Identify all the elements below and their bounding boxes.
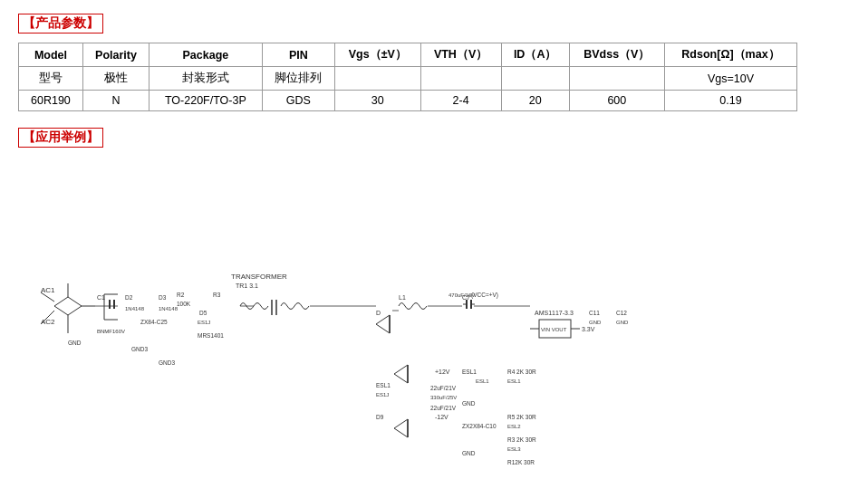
svg-text:ESL1: ESL1: [507, 378, 521, 384]
svg-text:ESL1: ESL1: [462, 369, 477, 375]
svg-text:R2: R2: [177, 292, 185, 298]
svg-text:R3 2K 30R: R3 2K 30R: [507, 436, 536, 443]
col-rdson: Rdson[Ω]（max）: [664, 43, 796, 67]
svg-text:22uF/21V: 22uF/21V: [430, 405, 457, 411]
sub-model: 型号: [19, 67, 83, 91]
svg-text:ESL1: ESL1: [376, 382, 391, 388]
svg-text:C11: C11: [589, 310, 600, 316]
svg-text:1N4148: 1N4148: [125, 306, 145, 311]
svg-rect-31: [466, 300, 468, 309]
svg-text:GND: GND: [68, 340, 82, 346]
svg-rect-13: [109, 300, 111, 309]
section1-title: 【产品参数】: [18, 14, 850, 43]
svg-text:ESL2: ESL2: [507, 424, 521, 429]
svg-text:330uF/25V: 330uF/25V: [430, 395, 457, 400]
table-subheader-row: 型号 极性 封装形式 脚位排列 Vgs=10V: [19, 67, 797, 91]
data-polarity: N: [82, 91, 149, 111]
circuit-diagram: AC1 AC2 C1 TRANSFORMER TR1 3.1 Q1: [18, 166, 797, 464]
data-rdson: 0.19: [664, 91, 796, 111]
svg-text:D3: D3: [159, 294, 167, 301]
sub-rdson-vgs: Vgs=10V: [664, 67, 796, 91]
svg-text:GND3: GND3: [131, 346, 148, 352]
sub-vgs: [335, 67, 421, 91]
svg-text:D: D: [376, 310, 381, 316]
svg-text:D2: D2: [125, 294, 133, 301]
svg-rect-14: [113, 300, 115, 309]
svg-text:22uF/21V: 22uF/21V: [430, 385, 457, 391]
svg-text:+12V: +12V: [435, 369, 450, 375]
data-id: 20: [501, 91, 569, 111]
sub-id: [501, 67, 569, 91]
col-pin: PIN: [262, 43, 334, 67]
svg-text:GND3: GND3: [159, 359, 175, 366]
col-vth: VTH（V）: [420, 43, 501, 67]
col-package: Package: [149, 43, 263, 67]
table-header-row: Model Polarity Package PIN Vgs（±V） VTH（V…: [19, 43, 797, 67]
svg-text:GND: GND: [589, 320, 602, 325]
svg-text:ESL1: ESL1: [476, 378, 489, 384]
svg-text:AC1: AC1: [41, 286, 55, 294]
svg-text:-12V: -12V: [435, 414, 448, 420]
svg-text:(VCC=+V): (VCC=+V): [471, 292, 498, 299]
col-polarity: Polarity: [82, 43, 149, 67]
svg-text:TR1 3.1: TR1 3.1: [236, 283, 258, 289]
svg-text:R3: R3: [213, 292, 221, 298]
sub-package: 封装形式: [149, 67, 263, 91]
svg-rect-32: [470, 300, 472, 309]
data-bvdss: 600: [569, 91, 664, 111]
svg-text:D9: D9: [376, 414, 384, 420]
data-model: 60R190: [19, 91, 83, 111]
svg-text:C12: C12: [616, 310, 627, 316]
svg-text:ES1J: ES1J: [376, 392, 389, 397]
col-vgs: Vgs（±V）: [335, 43, 421, 67]
svg-text:ES1J: ES1J: [198, 320, 210, 325]
svg-text:470uF/16V: 470uF/16V: [448, 292, 475, 298]
svg-text:D5: D5: [199, 310, 207, 316]
svg-text:GND: GND: [462, 400, 476, 407]
svg-text:ZX84-C25: ZX84-C25: [140, 319, 168, 325]
col-id: ID（A）: [501, 43, 569, 67]
sub-pin: 脚位排列: [262, 67, 334, 91]
sub-vth: [420, 67, 501, 91]
sub-polarity: 极性: [82, 67, 149, 91]
svg-text:MRS1401: MRS1401: [198, 332, 224, 339]
svg-text:AMS1117-3.3: AMS1117-3.3: [535, 310, 574, 316]
circuit-svg: AC1 AC2 C1 TRANSFORMER TR1 3.1 Q1: [18, 166, 797, 464]
product-table: Model Polarity Package PIN Vgs（±V） VTH（V…: [18, 43, 797, 111]
svg-text:R12K 30R: R12K 30R: [507, 459, 535, 464]
svg-text:1N4148: 1N4148: [159, 306, 178, 311]
data-vth: 2-4: [420, 91, 501, 111]
svg-text:TRANSFORMER: TRANSFORMER: [231, 273, 287, 281]
svg-text:BNMF160V: BNMF160V: [97, 329, 125, 334]
svg-text:R4 2K 30R: R4 2K 30R: [507, 369, 536, 375]
svg-text:100K: 100K: [177, 301, 191, 307]
svg-text:3.3V: 3.3V: [582, 326, 595, 332]
data-package: TO-220F/TO-3P: [149, 91, 263, 111]
svg-text:GND: GND: [616, 320, 629, 325]
svg-text:L1: L1: [399, 294, 406, 301]
sub-bvdss: [569, 67, 664, 91]
svg-text:ESL3: ESL3: [507, 446, 521, 452]
section2-title: 【应用举例】: [18, 128, 850, 157]
col-model: Model: [19, 43, 83, 67]
svg-text:ZX2X84-C10: ZX2X84-C10: [462, 423, 497, 429]
data-vgs: 30: [335, 91, 421, 111]
col-bvdss: BVdss（V）: [569, 43, 664, 67]
data-pin: GDS: [262, 91, 334, 111]
svg-text:VIN VOUT: VIN VOUT: [541, 327, 567, 332]
svg-text:R5 2K 30R: R5 2K 30R: [507, 414, 536, 420]
svg-text:GND: GND: [462, 450, 476, 456]
table-data-row: 60R190 N TO-220F/TO-3P GDS 30 2-4 20 600…: [19, 91, 797, 111]
